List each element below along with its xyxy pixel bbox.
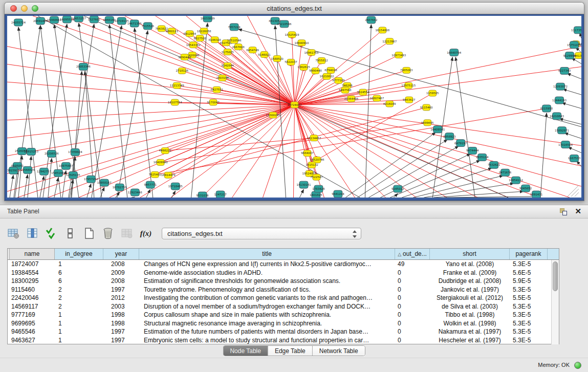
table-vertical-scrollbar[interactable] xyxy=(551,260,559,344)
cell-year: 1997 xyxy=(103,286,139,294)
graph-edge[interactable] xyxy=(564,133,581,139)
graph-edge[interactable] xyxy=(185,57,295,105)
scrollbar-thumb[interactable] xyxy=(553,261,558,291)
graph-edge[interactable] xyxy=(424,183,514,198)
delete-table-icon[interactable] xyxy=(121,227,133,239)
select-all-icon[interactable] xyxy=(45,227,57,239)
create-column-icon[interactable] xyxy=(83,227,95,239)
network-canvas[interactable]: 1872400718300295766382298601238912954182… xyxy=(7,16,581,198)
graph-edge[interactable] xyxy=(87,184,91,198)
table-options-icon[interactable] xyxy=(7,227,19,239)
graph-edge[interactable] xyxy=(294,67,303,105)
graph-edge[interactable] xyxy=(182,71,295,105)
graph-edge[interactable] xyxy=(294,105,581,146)
table-row[interactable]: 977716911998Corpus callosum shape and si… xyxy=(8,311,559,319)
graph-node-label: 12942757 xyxy=(37,170,51,173)
close-panel-icon[interactable]: ✕ xyxy=(575,207,581,216)
graph-edge[interactable] xyxy=(294,105,539,198)
table-row[interactable]: 2242004622012Investigating the contribut… xyxy=(8,294,559,302)
graph-edge[interactable] xyxy=(234,40,295,105)
function-builder-icon[interactable]: f(x) xyxy=(140,227,152,239)
table-selector-dropdown[interactable]: citations_edges.txt xyxy=(162,228,361,239)
window-titlebar[interactable]: citations_edges.txt xyxy=(4,2,584,14)
table-row[interactable]: 1938455462009Genome-wide association stu… xyxy=(8,269,559,277)
table-row[interactable]: 911546021997Tourette syndrome. Phenomeno… xyxy=(8,286,559,294)
tab-network-table[interactable]: Network Table xyxy=(312,346,365,356)
graph-edge[interactable] xyxy=(568,147,581,153)
graph-edge[interactable] xyxy=(294,43,301,105)
graph-edge[interactable] xyxy=(192,55,295,105)
graph-edge[interactable] xyxy=(110,25,127,198)
cell-name: 9115460 xyxy=(10,286,55,294)
column-header-short[interactable]: short xyxy=(430,249,510,259)
cell-short: Tibbo et al. (1998) xyxy=(430,311,510,319)
graph-node-label: 9245652 xyxy=(519,187,532,190)
tab-node-table[interactable]: Node Table xyxy=(223,346,268,356)
table-row[interactable]: 1456911722003Disruption of a novel membe… xyxy=(8,302,559,311)
column-header-in_degree[interactable]: in_degree xyxy=(55,249,103,259)
graph-edge[interactable] xyxy=(7,82,294,105)
graph-edge[interactable] xyxy=(571,189,579,196)
graph-node-label: 16409541 xyxy=(430,128,445,131)
graph-node-label: 11173561 xyxy=(571,29,581,32)
graph-edge[interactable] xyxy=(402,168,492,198)
cell-in_degree: 2 xyxy=(55,294,103,302)
graph-edge[interactable] xyxy=(299,189,303,198)
delete-column-icon[interactable] xyxy=(102,227,114,239)
graph-node-label: 6794028 xyxy=(324,69,337,72)
cell-pagerank: 5.3E-5 xyxy=(510,319,548,328)
column-header-out_degree[interactable]: △out_de... xyxy=(395,249,430,259)
graph-edge[interactable] xyxy=(226,43,295,105)
graph-edge[interactable] xyxy=(7,105,294,173)
graph-node-label: 10975887 xyxy=(59,164,73,167)
show-columns-icon[interactable] xyxy=(26,227,38,239)
table-row[interactable]: 969969511998Structural magnetic resonanc… xyxy=(8,319,559,328)
graph-edge[interactable] xyxy=(567,73,581,79)
memory-status-indicator-icon[interactable] xyxy=(574,362,581,369)
zoom-window-button[interactable] xyxy=(32,5,38,12)
float-panel-icon[interactable] xyxy=(559,208,568,216)
column-header-pagerank[interactable]: pagerank xyxy=(510,249,548,259)
clear-selection-icon[interactable] xyxy=(64,227,76,239)
graph-edge[interactable] xyxy=(132,197,135,198)
graph-edge[interactable] xyxy=(444,196,534,198)
graph-node-label: 9242844 xyxy=(221,64,234,67)
graph-edge[interactable] xyxy=(575,192,579,196)
graph-edge[interactable] xyxy=(291,62,295,105)
graph-edge[interactable] xyxy=(63,16,295,105)
graph-node-label: 12444193 xyxy=(552,99,567,102)
graph-edge[interactable] xyxy=(48,158,52,198)
table-row[interactable]: 946554611997Estimation of the future num… xyxy=(8,327,559,336)
graph-edge[interactable] xyxy=(540,113,547,198)
graph-edge[interactable] xyxy=(165,138,314,151)
graph-edge[interactable] xyxy=(28,156,31,198)
network-graph[interactable]: 1872400718300295766382298601238912954182… xyxy=(7,16,581,198)
graph-node-label: 9170047 xyxy=(207,101,220,104)
graph-edge[interactable] xyxy=(177,85,295,105)
graph-edge[interactable] xyxy=(7,64,294,105)
minimize-window-button[interactable] xyxy=(21,5,28,12)
graph-edge[interactable] xyxy=(171,105,295,198)
graph-edge[interactable] xyxy=(10,175,13,198)
graph-edge[interactable] xyxy=(562,103,581,108)
table-row[interactable]: 1872400712008Changes of HCN gene express… xyxy=(8,260,559,269)
graph-node-label: 8215958 xyxy=(540,107,553,110)
column-header-name[interactable]: name xyxy=(10,249,55,259)
table-row[interactable]: 1830029562008Estimation of significance … xyxy=(8,277,559,286)
close-window-button[interactable] xyxy=(10,5,17,12)
graph-node-label: 10543382 xyxy=(186,43,201,47)
graph-edge[interactable] xyxy=(365,25,371,198)
graph-edge[interactable] xyxy=(294,105,581,166)
graph-edge[interactable] xyxy=(345,133,435,198)
column-header-title[interactable]: title xyxy=(139,249,395,259)
graph-edge[interactable] xyxy=(294,47,581,105)
graph-edge[interactable] xyxy=(568,185,579,196)
table-row[interactable]: 946362711997Embryonic stem cells: a mode… xyxy=(8,336,559,345)
graph-edge[interactable] xyxy=(116,192,120,198)
graph-edge[interactable] xyxy=(563,89,581,95)
tab-edge-table[interactable]: Edge Table xyxy=(268,346,312,356)
graph-edge[interactable] xyxy=(394,193,398,198)
column-header-year[interactable]: year xyxy=(103,249,139,259)
graph-edge[interactable] xyxy=(263,105,295,198)
graph-node-label: 10973493 xyxy=(391,54,406,57)
